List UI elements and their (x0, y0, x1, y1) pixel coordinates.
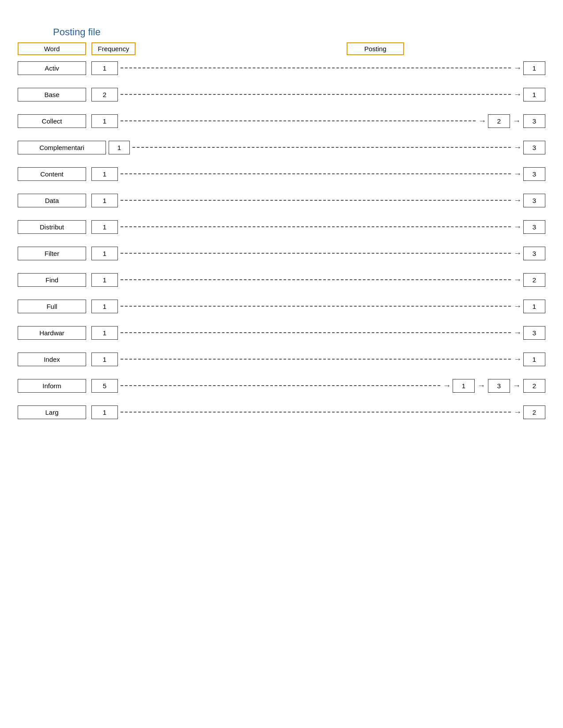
arrow-right-icon: → (514, 143, 521, 152)
posting-node: 1 (523, 61, 545, 75)
dashed-line (121, 226, 511, 227)
word-cell: Collect (18, 114, 86, 128)
posting-chain: 3 (523, 167, 545, 181)
table-row: Inform5→1→3→2 (18, 375, 545, 396)
posting-node: 2 (523, 405, 545, 419)
dashed-line (121, 359, 511, 360)
table-header: Word Frequency Posting (18, 42, 545, 55)
posting-chain: 3 (523, 220, 545, 234)
freq-cell: 1 (91, 194, 118, 207)
dashed-line (121, 412, 511, 413)
dashed-line (121, 94, 511, 95)
table-row: Index1→1 (18, 349, 545, 369)
posting-chain: 1→3→2 (453, 379, 545, 393)
table-row: Base2→1 (18, 84, 545, 105)
table-row: Full1→1 (18, 296, 545, 316)
dashed-line (121, 120, 476, 121)
table-row: Content1→3 (18, 164, 545, 184)
table-row: Data1→3 (18, 190, 545, 210)
word-cell: Larg (18, 405, 86, 419)
table-row: Larg1→2 (18, 402, 545, 422)
word-cell: Filter (18, 247, 86, 260)
arrow-right-icon: → (514, 275, 521, 285)
posting-node: 3 (523, 167, 545, 181)
freq-cell: 1 (91, 61, 118, 75)
posting-chain: 2 (523, 405, 545, 419)
chain-arrow-icon: → (513, 116, 521, 126)
arrow-right-icon: → (443, 381, 451, 390)
posting-chain: 2 (523, 273, 545, 287)
posting-chain: 3 (523, 326, 545, 340)
posting-chain: 2→3 (488, 114, 545, 128)
chain-arrow-icon: → (477, 381, 485, 390)
posting-node: 3 (523, 114, 545, 128)
word-cell: Activ (18, 61, 86, 75)
word-cell: Find (18, 273, 86, 287)
dashed-line (121, 279, 511, 280)
freq-cell: 1 (91, 247, 118, 260)
table-row: Collect1→2→3 (18, 111, 545, 131)
arrow-right-icon: → (514, 196, 521, 205)
freq-cell: 5 (91, 379, 118, 393)
posting-chain: 3 (523, 194, 545, 207)
posting-chain: 1 (523, 300, 545, 313)
page-title: Posting file (53, 26, 545, 38)
posting-node: 1 (453, 379, 475, 393)
word-cell: Index (18, 353, 86, 366)
table-row: Find1→2 (18, 270, 545, 290)
arrow-right-icon: → (514, 355, 521, 364)
freq-cell: 2 (91, 88, 118, 101)
arrow-right-icon: → (514, 408, 521, 417)
freq-cell: 1 (91, 405, 118, 419)
word-cell: Distribut (18, 220, 86, 234)
posting-chain: 3 (523, 141, 545, 154)
posting-node: 3 (523, 194, 545, 207)
posting-node: 3 (488, 379, 510, 393)
posting-header: Posting (347, 42, 404, 55)
dashed-line (121, 200, 511, 201)
word-cell: Inform (18, 379, 86, 393)
posting-node: 2 (523, 379, 545, 393)
posting-node: 3 (523, 220, 545, 234)
dashed-line (121, 68, 511, 68)
table-row: Filter1→3 (18, 243, 545, 263)
freq-header: Frequency (91, 42, 136, 55)
word-cell: Hardwar (18, 326, 86, 340)
posting-chain: 1 (523, 353, 545, 366)
dashed-line (121, 306, 511, 307)
dashed-line (121, 332, 511, 333)
dashed-line (121, 173, 511, 174)
freq-cell: 1 (91, 220, 118, 234)
freq-cell: 1 (91, 167, 118, 181)
dashed-line (132, 147, 511, 148)
chain-arrow-icon: → (513, 381, 521, 390)
arrow-right-icon: → (478, 116, 486, 126)
word-cell: Full (18, 300, 86, 313)
table-row: Hardwar1→3 (18, 323, 545, 343)
freq-cell: 1 (91, 300, 118, 313)
freq-cell: 1 (109, 141, 130, 154)
word-cell: Base (18, 88, 86, 101)
freq-cell: 1 (91, 273, 118, 287)
word-cell: Content (18, 167, 86, 181)
posting-chain: 3 (523, 247, 545, 260)
arrow-right-icon: → (514, 328, 521, 338)
posting-node: 3 (523, 141, 545, 154)
dashed-line (121, 385, 440, 386)
arrow-right-icon: → (514, 222, 521, 232)
dashed-line (121, 253, 511, 254)
rows-container: Activ1→1Base2→1Collect1→2→3Complementari… (18, 58, 545, 422)
table-row: Complementari1→3 (18, 137, 545, 158)
word-header: Word (18, 42, 86, 55)
freq-cell: 1 (91, 326, 118, 340)
arrow-right-icon: → (514, 302, 521, 311)
freq-cell: 1 (91, 353, 118, 366)
posting-node: 2 (523, 273, 545, 287)
posting-chain: 1 (523, 61, 545, 75)
table-row: Distribut1→3 (18, 217, 545, 237)
arrow-right-icon: → (514, 169, 521, 179)
posting-node: 1 (523, 300, 545, 313)
posting-chain: 1 (523, 88, 545, 101)
posting-node: 2 (488, 114, 510, 128)
posting-node: 1 (523, 88, 545, 101)
